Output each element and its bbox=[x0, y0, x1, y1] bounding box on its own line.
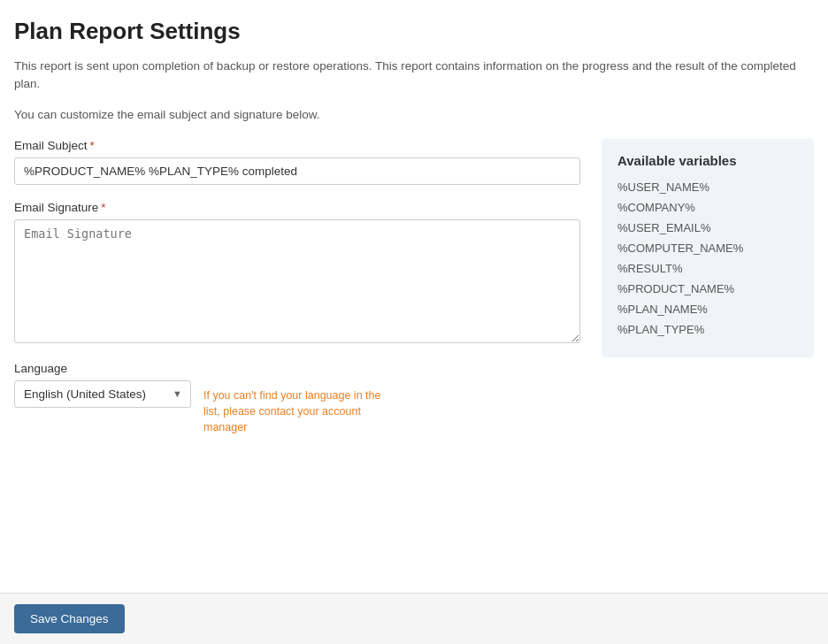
variable-item: %PLAN_NAME% bbox=[617, 303, 798, 316]
form-sidebar-layout: Email Subject* Email Signature* Language… bbox=[14, 139, 814, 435]
variable-item: %PLAN_TYPE% bbox=[617, 323, 798, 336]
language-hint: If you can't find your language in the l… bbox=[203, 380, 398, 435]
description-part1: This report is sent upon completion of b… bbox=[14, 59, 372, 73]
variable-item: %COMPUTER_NAME% bbox=[617, 242, 798, 255]
variable-item: %USER_EMAIL% bbox=[617, 221, 798, 234]
variable-item: %USER_NAME% bbox=[617, 180, 798, 194]
language-select[interactable]: English (United States) French German Sp… bbox=[14, 380, 191, 408]
required-star: * bbox=[90, 139, 95, 152]
email-subject-input[interactable] bbox=[14, 157, 580, 185]
page-title: Plan Report Settings bbox=[14, 18, 814, 45]
main-content: Plan Report Settings This report is sent… bbox=[0, 0, 828, 506]
variable-item: %COMPANY% bbox=[617, 201, 798, 214]
language-label: Language bbox=[14, 362, 580, 375]
language-row: English (United States) French German Sp… bbox=[14, 380, 580, 435]
variable-item: %RESULT% bbox=[617, 262, 798, 275]
footer-bar: Save Changes bbox=[0, 593, 828, 644]
save-changes-button[interactable]: Save Changes bbox=[14, 604, 125, 633]
language-select-wrapper: English (United States) French German Sp… bbox=[14, 380, 191, 408]
email-subject-label: Email Subject* bbox=[14, 139, 580, 152]
variables-title: Available variables bbox=[617, 153, 798, 168]
language-section: Language English (United States) French … bbox=[14, 362, 580, 435]
customize-text: You can customize the email subject and … bbox=[14, 108, 814, 121]
available-variables-panel: Available variables %USER_NAME% %COMPANY… bbox=[602, 139, 814, 357]
email-subject-group: Email Subject* bbox=[14, 139, 580, 185]
required-star-sig: * bbox=[101, 201, 105, 214]
email-signature-group: Email Signature* bbox=[14, 201, 580, 346]
email-signature-label: Email Signature* bbox=[14, 201, 580, 214]
email-signature-textarea[interactable] bbox=[14, 219, 580, 343]
form-section: Email Subject* Email Signature* Language… bbox=[14, 139, 580, 435]
page-description: This report is sent upon completion of b… bbox=[14, 58, 814, 94]
variable-item: %PRODUCT_NAME% bbox=[617, 282, 798, 295]
